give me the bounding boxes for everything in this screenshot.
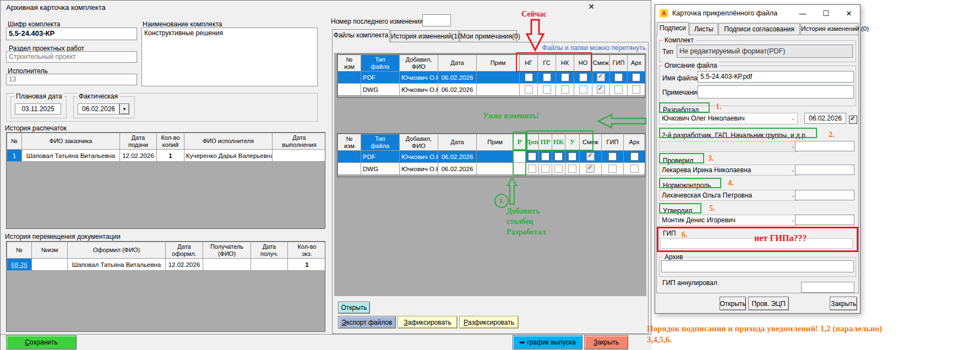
approver-date-field[interactable] (795, 215, 854, 225)
second-developer-date-field[interactable] (795, 141, 854, 151)
fix-button[interactable]: Зафиксировать (398, 316, 458, 329)
col-header[interactable]: Дата подачи (120, 133, 157, 150)
maximize-icon[interactable]: ☐ (815, 6, 837, 20)
col-header-arh[interactable]: Арх (628, 55, 645, 72)
col-header[interactable]: ФИО исполнителя (184, 133, 273, 150)
col-header[interactable]: Кол-во экз. (288, 242, 326, 259)
executor-field[interactable]: 13 (6, 74, 137, 85)
file-row-dwg[interactable]: DWG Ючкович О.Н. 06.02.2026 (338, 163, 645, 175)
file-type-field[interactable]: Не редактируемый формат(PDF) (677, 45, 853, 58)
col-header[interactable]: Дата оформл. (166, 242, 203, 259)
table-row[interactable]: 1 Шаповал Татьяна Витальевна 12.02.2026 … (7, 150, 326, 162)
close-icon[interactable]: ✕ (838, 6, 860, 20)
developer-signed-checkbox[interactable] (849, 116, 857, 124)
last-change-field[interactable] (422, 14, 451, 26)
col-header[interactable]: Кол-во копий (157, 133, 184, 150)
doc-number-link[interactable]: 68-26 (11, 261, 27, 268)
col-header[interactable]: Оформил (ФИО) (68, 242, 166, 259)
checkbox-pr[interactable] (541, 152, 549, 161)
cipher-field[interactable]: 5.5-24.403-КР (6, 28, 137, 40)
checkbox-smezh[interactable] (586, 165, 595, 173)
col-header-file-type[interactable]: Тип файла (361, 55, 400, 72)
checkbox-arh[interactable] (630, 152, 639, 161)
chevron-down-icon[interactable]: ⌄ (791, 115, 795, 121)
minimize-icon[interactable]: — (792, 6, 814, 20)
print-history-table[interactable]: № ФИО заказчика Дата подачи Кол-во копий… (6, 132, 325, 229)
fact-date-dropdown-icon[interactable]: ▼ (119, 103, 129, 114)
files-table-current[interactable]: № изм Тип файла Добавил, ФИО Дата Прим Н… (337, 54, 645, 98)
checkbox-u[interactable] (568, 152, 576, 161)
approver-name-field[interactable]: Монтик Денис Игоревич (659, 215, 798, 226)
checkbox-dop[interactable] (528, 152, 536, 161)
col-header[interactable]: № (7, 133, 22, 150)
checkbox-ng[interactable] (525, 73, 533, 81)
checkbox-arh[interactable] (632, 85, 640, 94)
checkbox-u[interactable] (568, 165, 576, 173)
col-header[interactable]: Дата (438, 134, 477, 151)
checkbox-ng[interactable] (525, 85, 533, 94)
col-header[interactable]: Прим (477, 55, 520, 72)
col-header-arh[interactable]: Арх (624, 134, 645, 151)
table-row[interactable]: 68-26 Шаповал Татьяна Витальевна 12.02.2… (7, 259, 326, 271)
checkbox-no[interactable] (579, 85, 587, 94)
tab-change-history[interactable]: История изменений(10) (390, 30, 459, 42)
checkbox-smezh[interactable] (597, 85, 605, 94)
checker-name-field[interactable]: Лекарева Ирина Николаевна (659, 165, 798, 176)
fact-date-field[interactable]: 06.02.2026 (78, 103, 119, 114)
verify-signature-button[interactable]: Пров. ЭЦП (748, 297, 789, 310)
normcontrol-date-field[interactable] (795, 190, 854, 200)
col-header[interactable]: № изм (338, 55, 361, 72)
checkbox-dop[interactable] (528, 165, 536, 173)
tab-change-history[interactable]: История изменений (0) (801, 23, 859, 35)
col-header[interactable]: Добавил, ФИО (400, 134, 438, 151)
col-header[interactable]: Добавил, ФИО (400, 55, 438, 72)
col-header[interactable]: № (7, 242, 32, 259)
archive-field[interactable] (661, 260, 854, 272)
close-button[interactable]: Закрыть (584, 335, 628, 349)
checkbox-nk[interactable] (554, 165, 563, 173)
checkbox-gip[interactable] (608, 152, 617, 161)
set-name-field[interactable]: Конструктивные решения (141, 28, 318, 86)
checkbox-gip[interactable] (614, 73, 623, 81)
col-header[interactable]: ФИО заказчика (22, 133, 120, 150)
second-developer-name-field[interactable] (659, 141, 798, 152)
col-header[interactable]: №изм (32, 242, 68, 259)
col-header[interactable]: Дата выполнения (273, 133, 326, 150)
unfix-button[interactable]: Разфиксировать (459, 316, 519, 329)
checkbox-pr[interactable] (541, 165, 549, 173)
open-button[interactable]: Открыть (720, 297, 746, 310)
tab-signatures[interactable]: Подписи (657, 22, 689, 35)
file-row-pdf[interactable]: PDF Ючкович О.Н. 06.02.2026 (338, 72, 645, 84)
checkbox-arh[interactable] (630, 165, 639, 173)
checkbox-gip[interactable] (608, 165, 617, 173)
checkbox-gip[interactable] (614, 85, 623, 94)
file-row-pdf[interactable]: PDF Ючкович О.Н. 06.02.2026 (338, 151, 645, 163)
checkbox-nk[interactable] (554, 152, 563, 161)
section-field[interactable]: Строительный проект (6, 51, 137, 63)
checkbox-no[interactable] (579, 73, 587, 81)
file-row-dwg[interactable]: DWG Ючкович О.Н. 06.02.2026 (338, 84, 645, 96)
col-header[interactable]: Дата (438, 55, 477, 72)
col-header-file-type[interactable]: Тип файла (361, 134, 400, 151)
developer-name-field[interactable]: Ючкович Олег Николаевич (659, 113, 798, 124)
release-schedule-button[interactable]: ➡ график выпуска (513, 335, 582, 349)
plan-date-field[interactable]: 03.11.2025 (15, 103, 61, 114)
export-files-button[interactable]: Экспорт файлов (338, 316, 396, 329)
checkbox-arh[interactable] (632, 73, 640, 81)
col-header[interactable]: № изм (338, 134, 361, 151)
col-header-gip[interactable]: ГИП (610, 55, 628, 72)
move-history-table[interactable]: № №изм Оформил (ФИО) Дата оформл. Получа… (6, 241, 325, 332)
tab-sheets[interactable]: Листы (689, 23, 718, 35)
col-header[interactable]: Получатель (ФИО) (203, 242, 251, 259)
checkbox-gs[interactable] (543, 85, 551, 94)
tab-my-notes[interactable]: Мои примечания(0) (460, 30, 517, 42)
checkbox-gs[interactable] (543, 73, 551, 81)
save-button[interactable]: Сохранить (6, 335, 77, 349)
checker-date-field[interactable] (795, 165, 854, 175)
close-button[interactable]: Закрыть (830, 297, 857, 310)
files-table-proposed[interactable]: № изм Тип файла Добавил, ФИО Дата Прим Р… (337, 133, 645, 177)
col-header[interactable]: Прим (477, 134, 514, 151)
close-icon[interactable]: ✕ (585, 2, 597, 12)
checkbox-smezh[interactable] (586, 152, 595, 161)
gip-annulled-field[interactable] (801, 282, 854, 293)
